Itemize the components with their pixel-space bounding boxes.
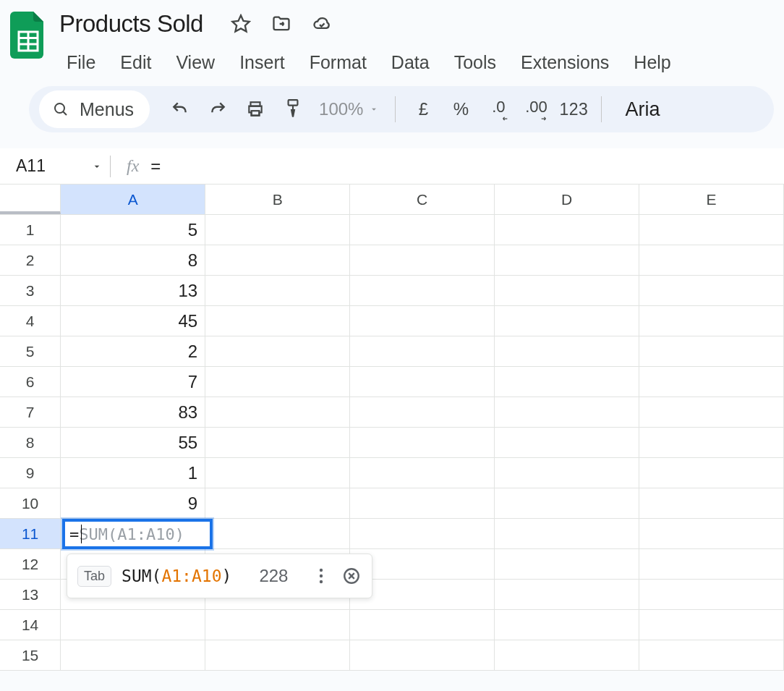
cell[interactable]: [350, 397, 495, 428]
cell[interactable]: [350, 428, 495, 458]
cell[interactable]: [639, 276, 784, 306]
cell[interactable]: [61, 640, 205, 671]
cell[interactable]: [495, 549, 639, 580]
name-box[interactable]: A11: [16, 156, 103, 176]
cell[interactable]: [495, 580, 639, 610]
menu-format[interactable]: Format: [298, 48, 378, 77]
cell[interactable]: [639, 367, 784, 397]
col-header-b[interactable]: B: [205, 185, 350, 214]
cell[interactable]: [639, 610, 784, 640]
cell[interactable]: [495, 610, 639, 640]
row-header[interactable]: 9: [0, 458, 61, 488]
row-header[interactable]: 10: [0, 488, 61, 519]
row-header[interactable]: 4: [0, 306, 61, 336]
row-header[interactable]: 8: [0, 428, 61, 458]
col-header-e[interactable]: E: [639, 185, 784, 214]
menu-file[interactable]: File: [55, 48, 107, 77]
move-folder-icon[interactable]: [271, 14, 291, 34]
menu-tools[interactable]: Tools: [443, 48, 508, 77]
row-header[interactable]: 11: [0, 519, 61, 549]
col-header-d[interactable]: D: [495, 185, 639, 214]
cell[interactable]: [639, 336, 784, 367]
cell[interactable]: [205, 428, 350, 458]
row-header[interactable]: 3: [0, 276, 61, 306]
cell[interactable]: 8: [61, 245, 205, 276]
percent-button[interactable]: %: [442, 93, 480, 125]
select-all-corner[interactable]: [0, 185, 61, 214]
menu-view[interactable]: View: [164, 48, 226, 77]
col-header-c[interactable]: C: [350, 185, 495, 214]
cell[interactable]: [639, 428, 784, 458]
decrease-decimal-button[interactable]: .0: [480, 93, 517, 125]
cell[interactable]: 55: [61, 428, 205, 458]
cell[interactable]: [495, 215, 639, 245]
cell[interactable]: [639, 458, 784, 488]
cell[interactable]: [205, 610, 350, 640]
cell[interactable]: [495, 397, 639, 428]
cell[interactable]: [639, 549, 784, 580]
menu-help[interactable]: Help: [622, 48, 682, 77]
cloud-status-icon[interactable]: [312, 14, 332, 34]
star-icon[interactable]: [231, 14, 251, 34]
cell[interactable]: [205, 336, 350, 367]
row-header[interactable]: 6: [0, 367, 61, 397]
undo-button[interactable]: [161, 93, 199, 125]
cell[interactable]: 7: [61, 367, 205, 397]
cell[interactable]: [495, 428, 639, 458]
close-icon[interactable]: [341, 566, 362, 586]
cell[interactable]: 45: [61, 306, 205, 336]
spreadsheet-grid[interactable]: A B C D E 152831344552677838559110911121…: [0, 185, 784, 671]
row-header[interactable]: 1: [0, 215, 61, 245]
cell[interactable]: [205, 458, 350, 488]
more-options-icon[interactable]: [311, 566, 331, 586]
font-select[interactable]: Aria: [625, 98, 660, 121]
cell[interactable]: [350, 458, 495, 488]
cell[interactable]: [495, 367, 639, 397]
col-header-a[interactable]: A: [61, 185, 205, 214]
cell[interactable]: 1: [61, 458, 205, 488]
cell[interactable]: [350, 640, 495, 671]
cell[interactable]: [639, 488, 784, 519]
cell[interactable]: [205, 245, 350, 276]
redo-button[interactable]: [199, 93, 237, 125]
row-header[interactable]: 14: [0, 610, 61, 640]
cell[interactable]: [639, 397, 784, 428]
search-menus-button[interactable]: Menus: [39, 90, 150, 128]
menu-data[interactable]: Data: [380, 48, 441, 77]
cell[interactable]: [495, 488, 639, 519]
cell[interactable]: [205, 306, 350, 336]
cell[interactable]: [639, 245, 784, 276]
cell[interactable]: [495, 306, 639, 336]
cell[interactable]: [350, 488, 495, 519]
document-title[interactable]: Products Sold: [55, 9, 208, 39]
menu-edit[interactable]: Edit: [108, 48, 163, 77]
currency-button[interactable]: £: [404, 93, 442, 125]
cell[interactable]: [495, 336, 639, 367]
cell[interactable]: 2: [61, 336, 205, 367]
cell[interactable]: 13: [61, 276, 205, 306]
row-header[interactable]: 13: [0, 580, 61, 610]
cell[interactable]: 5: [61, 215, 205, 245]
cell[interactable]: [495, 245, 639, 276]
cell[interactable]: [350, 610, 495, 640]
row-header[interactable]: 15: [0, 640, 61, 671]
cell[interactable]: [205, 488, 350, 519]
more-formats-button[interactable]: 123: [555, 93, 592, 125]
active-cell-editor[interactable]: =SUM(A1:A10): [62, 519, 213, 549]
cell[interactable]: 9: [61, 488, 205, 519]
cell[interactable]: [639, 580, 784, 610]
sheets-logo-icon[interactable]: [10, 12, 46, 59]
cell[interactable]: [205, 215, 350, 245]
row-header[interactable]: 2: [0, 245, 61, 276]
row-header[interactable]: 12: [0, 549, 61, 580]
paint-format-button[interactable]: [274, 93, 312, 125]
zoom-select[interactable]: 100%: [319, 99, 379, 119]
cell[interactable]: [350, 336, 495, 367]
cell[interactable]: 83: [61, 397, 205, 428]
cell[interactable]: [205, 519, 350, 549]
cell[interactable]: [350, 215, 495, 245]
cell[interactable]: [350, 519, 495, 549]
cell[interactable]: [205, 367, 350, 397]
row-header[interactable]: 7: [0, 397, 61, 428]
autocomplete-suggestion[interactable]: SUM(A1:A10): [122, 567, 231, 585]
